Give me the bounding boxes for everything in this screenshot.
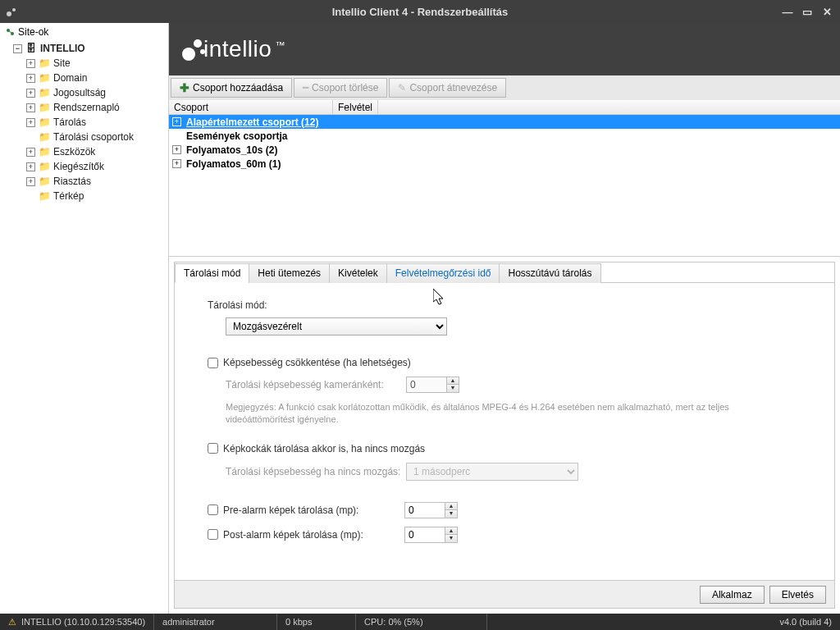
post-alarm-input[interactable]: ▲▼: [404, 527, 458, 543]
pre-alarm-input[interactable]: ▲▼: [404, 502, 458, 518]
sidebar-header: Site-ok: [0, 23, 168, 41]
rename-group-button[interactable]: ✎ Csoport átnevezése: [389, 78, 506, 98]
status-bandwidth: 0 kbps: [277, 614, 356, 630]
window-title: Intellio Client 4 - Rendszerbeállítás: [0, 6, 840, 18]
cancel-button[interactable]: Elvetés: [769, 586, 826, 604]
domain-icon: 📁: [39, 72, 50, 84]
alarm-icon: 📁: [39, 176, 50, 187]
svg-line-4: [8, 30, 12, 34]
main-panel: intellio™ ✚ Csoport hozzáadása ━ Csoport…: [169, 23, 840, 614]
title-bar: Intellio Client 4 - Rendszerbeállítás — …: [0, 0, 840, 23]
folder-icon: 📁: [39, 190, 50, 202]
minimize-button[interactable]: —: [781, 6, 794, 18]
tree-item-0[interactable]: +📁Site: [0, 56, 168, 71]
folder-icon: 📁: [39, 146, 50, 158]
no-motion-fps-label: Tárolási képsebesség ha nincs mozgás:: [226, 466, 406, 477]
minus-icon: ━: [303, 82, 308, 94]
tab-0[interactable]: Tárolási mód: [175, 263, 249, 283]
brand-header: intellio™: [169, 23, 840, 75]
pre-alarm-checkbox[interactable]: Pre-alarm képek tárolása (mp):: [208, 504, 404, 516]
status-version: v4.0 (build 4): [771, 614, 840, 630]
group-row-0[interactable]: +Alapértelmezett csoport (12): [169, 115, 840, 129]
rename-icon: ✎: [398, 82, 406, 94]
group-list[interactable]: +Alapértelmezett csoport (12)Események c…: [169, 115, 840, 254]
sidebar: Site-ok −🗄INTELLIO+📁Site+📁Domain+📁Jogosu…: [0, 23, 169, 614]
tree-item-2[interactable]: +📁Jogosultság: [0, 85, 168, 100]
grid-header: Csoport Felvétel: [169, 100, 840, 115]
status-site: ⚠INTELLIO (10.10.0.129:53540): [0, 614, 154, 630]
group-row-1[interactable]: Események csoportja: [169, 129, 840, 143]
storage-mode-select[interactable]: Mozgásvezérelt: [226, 317, 447, 336]
tab-3[interactable]: Felvételmegőrzési idő: [386, 263, 500, 283]
folder-icon: 📁: [39, 116, 50, 128]
maximize-button[interactable]: ▭: [801, 6, 814, 18]
server-icon: 🗄: [25, 43, 37, 54]
apply-button[interactable]: Alkalmaz: [700, 586, 765, 604]
tab-4[interactable]: Hosszútávú tárolás: [499, 263, 600, 283]
reduce-fps-checkbox[interactable]: Képsebesség csökkentése (ha lehetséges): [208, 357, 411, 368]
grid-col-recording[interactable]: Felvétel: [333, 100, 378, 114]
tree-item-7[interactable]: +📁Kiegészítők: [0, 159, 168, 174]
tree-item-1[interactable]: +📁Domain: [0, 71, 168, 85]
log-icon: 📁: [39, 102, 50, 113]
tab-panel-storage-mode: Tárolási mód: Mozgásvezérelt Képsebesség…: [175, 282, 834, 580]
tree-item-4[interactable]: +📁Tárolás: [0, 115, 168, 130]
tab-strip: Tárolási módHeti ütemezésKivételekFelvét…: [175, 262, 834, 282]
close-button[interactable]: ✕: [820, 6, 833, 18]
group-row-3[interactable]: +Folyamatos_60m (1): [169, 157, 840, 171]
tree-item-5[interactable]: 📁Tárolási csoportok: [0, 130, 168, 144]
shield-icon: 📁: [39, 87, 50, 98]
tree-item-8[interactable]: +📁Riasztás: [0, 174, 168, 189]
status-user: administrator: [154, 614, 277, 630]
store-no-motion-checkbox[interactable]: Képkockák tárolása akkor is, ha nincs mo…: [208, 443, 425, 454]
fps-note: Megjegyzés: A funkció csak korlátozottan…: [226, 401, 800, 427]
grid-col-group[interactable]: Csoport: [169, 100, 333, 114]
fps-per-camera-label: Tárolási képsebesség kameránként:: [226, 379, 406, 390]
toolbar: ✚ Csoport hozzáadása ━ Csoport törlése ✎…: [169, 75, 840, 100]
tab-2[interactable]: Kivételek: [329, 263, 387, 283]
tab-1[interactable]: Heti ütemezés: [249, 263, 330, 283]
tree-item-3[interactable]: +📁Rendszernapló: [0, 100, 168, 115]
button-bar: Alkalmaz Elvetés: [174, 581, 835, 609]
folder-icon: 📁: [39, 131, 50, 143]
status-cpu: CPU: 0% (5%): [356, 614, 487, 630]
tree-item-9[interactable]: 📁Térkép: [0, 189, 168, 203]
status-bar: ⚠INTELLIO (10.10.0.129:53540) administra…: [0, 614, 840, 630]
site-icon: 📁: [39, 57, 50, 69]
group-row-2[interactable]: +Folyamatos_10s (2): [169, 143, 840, 157]
plus-icon: ✚: [180, 81, 189, 94]
tree-root[interactable]: −🗄INTELLIO: [0, 41, 168, 56]
delete-group-button[interactable]: ━ Csoport törlése: [294, 78, 387, 98]
no-motion-fps-select[interactable]: 1 másodperc: [406, 463, 578, 481]
plugin-icon: 📁: [39, 161, 50, 172]
fps-per-camera-input[interactable]: ▲▼: [406, 377, 459, 393]
tree-item-6[interactable]: +📁Eszközök: [0, 144, 168, 159]
post-alarm-checkbox[interactable]: Post-alarm képek tárolása (mp):: [208, 529, 404, 541]
add-group-button[interactable]: ✚ Csoport hozzáadása: [171, 78, 292, 98]
mode-label: Tárolási mód:: [208, 299, 810, 311]
